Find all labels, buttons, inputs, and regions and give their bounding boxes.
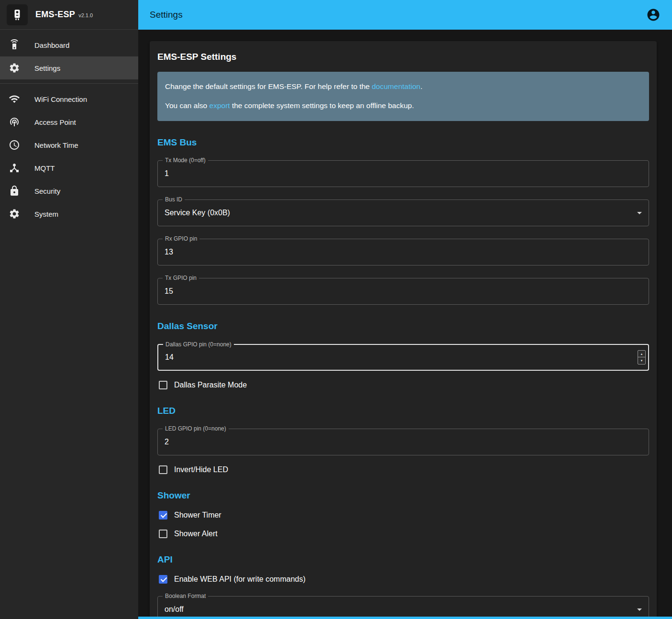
dallas-parasite-checkbox-row[interactable]: Dallas Parasite Mode — [157, 381, 649, 389]
section-title-shower: Shower — [157, 490, 649, 501]
rx-gpio-input[interactable] — [158, 239, 649, 265]
checkbox-label: Invert/Hide LED — [174, 465, 228, 474]
bus-id-select[interactable]: Bus ID Service Key (0x0B) — [157, 199, 649, 226]
sidebar-item-network-time[interactable]: Network Time — [0, 133, 138, 156]
sidebar-item-label: Settings — [34, 64, 60, 72]
sidebar-item-label: WiFi Connection — [34, 95, 87, 103]
app-root: EMS-ESP v2.1.0 Dashboard Settings — [0, 0, 672, 619]
checkbox-label: Enable WEB API (for write commands) — [174, 575, 306, 584]
field-label: Bus ID — [163, 197, 185, 203]
invert-led-checkbox[interactable] — [159, 465, 167, 474]
app-bar: Settings — [138, 0, 672, 30]
dallas-gpio-field: Dallas GPIO pin (0=none) ▲ ▼ — [157, 344, 649, 371]
sidebar-item-label: Network Time — [34, 141, 78, 149]
account-circle-icon[interactable] — [646, 8, 661, 22]
tx-gpio-field: Tx GPIO pin — [157, 278, 649, 305]
info-line-2: You can also export the complete system … — [165, 101, 641, 111]
section-title-led: LED — [157, 406, 649, 416]
field-label: Dallas GPIO pin (0=none) — [163, 342, 234, 348]
page-title: Settings — [150, 10, 183, 20]
sidebar-item-settings[interactable]: Settings — [0, 56, 138, 79]
access-point-icon — [9, 116, 20, 128]
content-area: Settings EMS-ESP Settings Change the def… — [138, 0, 672, 619]
tx-mode-field: Tx Mode (0=off) — [157, 160, 649, 187]
tx-gpio-input[interactable] — [158, 278, 649, 304]
sidebar-item-label: System — [34, 210, 58, 218]
info-text: . — [420, 82, 422, 90]
boolean-format-select[interactable]: Boolean Format on/off — [157, 596, 649, 619]
sidebar-item-label: Access Point — [34, 118, 76, 126]
sidebar: EMS-ESP v2.1.0 Dashboard Settings — [0, 0, 138, 619]
info-banner: Change the default settings for EMS-ESP.… — [157, 72, 649, 121]
tx-mode-input[interactable] — [158, 161, 649, 187]
number-spinner[interactable]: ▲ ▼ — [638, 350, 646, 365]
field-label: Rx GPIO pin — [163, 236, 199, 242]
field-label: LED GPIO pin (0=none) — [163, 426, 229, 432]
checkbox-label: Shower Timer — [174, 511, 221, 520]
card-title: EMS-ESP Settings — [157, 52, 649, 62]
sidebar-divider — [0, 83, 138, 84]
sidebar-nav: Dashboard Settings WiFi Connection A — [0, 30, 138, 225]
sidebar-item-mqtt[interactable]: MQTT — [0, 156, 138, 179]
section-title-api: API — [157, 554, 649, 565]
sidebar-item-system[interactable]: System — [0, 202, 138, 225]
invert-led-checkbox-row[interactable]: Invert/Hide LED — [157, 465, 649, 474]
dallas-parasite-checkbox[interactable] — [159, 381, 167, 389]
section-title-ems-bus: EMS Bus — [157, 137, 649, 148]
main-scroll-area: EMS-ESP Settings Change the default sett… — [138, 30, 672, 619]
bus-id-value: Service Key (0x0B) — [158, 209, 649, 217]
field-label: Tx GPIO pin — [163, 275, 199, 281]
field-label: Boolean Format — [163, 593, 208, 599]
app-logo-icon — [7, 4, 28, 25]
spinner-up-icon[interactable]: ▲ — [638, 351, 645, 357]
wifi-icon — [9, 93, 20, 105]
info-line-1: Change the default settings for EMS-ESP.… — [165, 82, 641, 92]
sidebar-item-label: MQTT — [34, 164, 55, 172]
info-text: You can also — [165, 101, 209, 110]
app-name: EMS-ESP — [35, 10, 75, 20]
system-gear-icon — [9, 208, 20, 220]
sidebar-item-access-point[interactable]: Access Point — [0, 111, 138, 133]
clock-icon — [9, 139, 20, 151]
spinner-down-icon[interactable]: ▼ — [638, 357, 645, 364]
enable-web-api-checkbox-row[interactable]: Enable WEB API (for write commands) — [157, 575, 649, 584]
shower-alert-checkbox[interactable] — [159, 530, 167, 538]
led-gpio-input[interactable] — [158, 429, 649, 455]
app-version: v2.1.0 — [78, 11, 93, 18]
checkbox-label: Shower Alert — [174, 530, 218, 538]
info-text: Change the default settings for EMS-ESP.… — [165, 82, 372, 90]
gear-icon — [9, 62, 20, 74]
export-link[interactable]: export — [209, 101, 230, 110]
sidebar-item-dashboard[interactable]: Dashboard — [0, 33, 138, 56]
settings-card: EMS-ESP Settings Change the default sett… — [150, 41, 657, 619]
documentation-link[interactable]: documentation — [372, 82, 420, 90]
sidebar-item-security[interactable]: Security — [0, 179, 138, 202]
shower-alert-checkbox-row[interactable]: Shower Alert — [157, 530, 649, 538]
sidebar-item-label: Security — [34, 187, 60, 195]
checkbox-label: Dallas Parasite Mode — [174, 381, 247, 389]
field-label: Tx Mode (0=off) — [163, 157, 208, 164]
bottom-bar — [138, 617, 672, 619]
rx-gpio-field: Rx GPIO pin — [157, 239, 649, 265]
sidebar-item-wifi-connection[interactable]: WiFi Connection — [0, 88, 138, 111]
shower-timer-checkbox-row[interactable]: Shower Timer — [157, 511, 649, 520]
lock-icon — [9, 185, 20, 197]
dallas-gpio-input[interactable] — [158, 345, 648, 370]
section-title-dallas-sensor: Dallas Sensor — [157, 321, 649, 332]
info-text: the complete system settings to keep an … — [230, 101, 414, 110]
sidebar-header: EMS-ESP v2.1.0 — [0, 0, 138, 30]
dashboard-icon — [9, 39, 20, 51]
boolean-format-value: on/off — [158, 605, 649, 614]
device-hub-icon — [9, 162, 20, 174]
shower-timer-checkbox[interactable] — [159, 511, 167, 520]
enable-web-api-checkbox[interactable] — [159, 575, 167, 584]
led-gpio-field: LED GPIO pin (0=none) — [157, 429, 649, 455]
sidebar-item-label: Dashboard — [34, 41, 69, 49]
